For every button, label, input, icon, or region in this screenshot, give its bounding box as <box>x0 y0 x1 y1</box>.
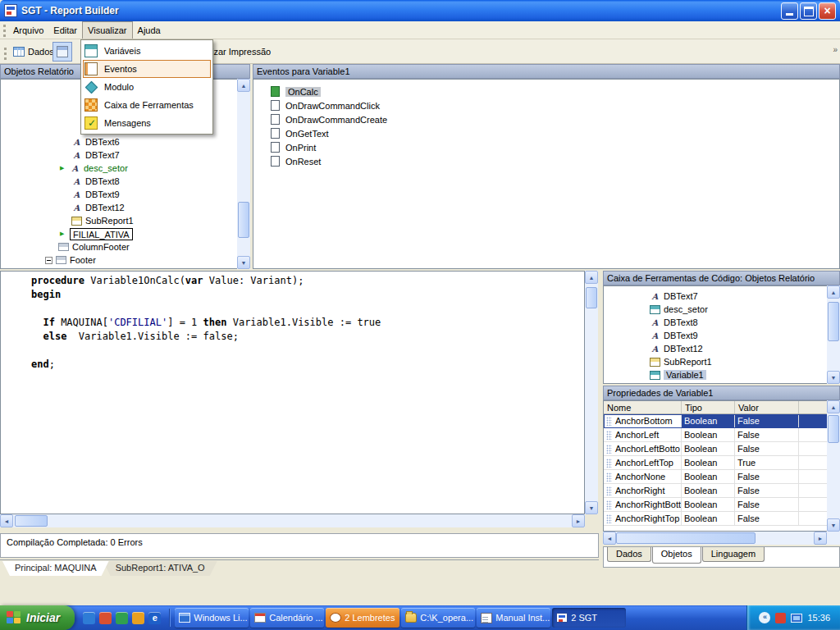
prop-type-cell[interactable]: Boolean <box>682 456 735 469</box>
tree-item-dbtext7[interactable]: ADBText7 <box>1 148 237 162</box>
tree-item-dbtext8[interactable]: ADBText8 <box>1 175 237 188</box>
dados-workspace-button[interactable]: Dados <box>10 43 57 61</box>
prop-name-cell[interactable]: AnchorRight <box>604 484 682 497</box>
taskbar-button-windows-li[interactable]: Windows Li... <box>175 608 249 628</box>
event-item-onreset[interactable]: OnReset <box>253 154 839 168</box>
tray-chevron-icon[interactable]: « <box>759 612 770 623</box>
toolbox-item-dbtext7[interactable]: ADBText7 <box>604 290 827 303</box>
scroll-down-icon[interactable]: ▼ <box>827 371 840 384</box>
prop-value-cell[interactable]: False <box>735 498 799 511</box>
prop-value-cell[interactable]: True <box>735 456 799 469</box>
prop-value-cell[interactable]: False <box>735 512 799 525</box>
tree-item-columnfooter[interactable]: ColumnFooter <box>1 240 237 253</box>
prop-name-cell[interactable]: AnchorRightBott <box>604 498 682 511</box>
drag-handle-icon[interactable] <box>606 459 612 468</box>
preview-workspace-label[interactable]: izar Impressão <box>212 47 271 57</box>
menubar-item-ajuda[interactable]: Ajuda <box>133 21 166 39</box>
toolbox-item-dbtext9[interactable]: ADBText9 <box>604 329 827 342</box>
taskbar-button-calendario[interactable]: Calendário ... <box>250 608 324 628</box>
quick-launch-icon-3[interactable] <box>116 612 128 624</box>
scroll-up-icon[interactable]: ▲ <box>585 271 598 284</box>
quick-launch-icon-2[interactable] <box>99 612 112 624</box>
menu-item-variaveis[interactable]: Variáveis <box>83 42 211 60</box>
prop-row-anchorlefttop[interactable]: AnchorLeftTopBooleanTrue <box>604 456 827 470</box>
sidebar-tab-dados[interactable]: Dados <box>607 547 651 562</box>
prop-value-cell[interactable]: False <box>735 428 799 441</box>
scroll-thumb[interactable] <box>238 202 249 238</box>
objects-tree-scrollbar[interactable]: ▲ ▼ <box>237 79 250 269</box>
menu-item-mensagens[interactable]: Mensagens <box>83 114 211 132</box>
scroll-left-icon[interactable]: ◄ <box>603 532 616 545</box>
prop-name-cell[interactable]: AnchorLeft <box>604 428 682 441</box>
taskbar-button-2-lembretes[interactable]: 2 Lembretes <box>326 608 399 628</box>
tree-item-dbtext6[interactable]: ADBText6 <box>1 135 237 148</box>
scroll-down-icon[interactable]: ▼ <box>237 256 250 269</box>
event-item-onprint[interactable]: OnPrint <box>253 140 839 154</box>
properties-vertical-scrollbar[interactable]: ▲ ▼ <box>827 400 840 532</box>
document-tab-principal-maquina[interactable]: Principal: MAQUINA <box>2 561 109 576</box>
menu-item-eventos[interactable]: Eventos <box>83 60 211 78</box>
prop-row-anchorbottom[interactable]: AnchorBottomBooleanFalse <box>604 414 827 428</box>
scroll-down-icon[interactable]: ▼ <box>585 501 598 514</box>
sidebar-tab-linguagem[interactable]: Linguagem <box>702 547 765 562</box>
network-icon[interactable] <box>791 614 802 623</box>
event-item-ondrawcommandcreate[interactable]: OnDrawCommandCreate <box>253 112 839 126</box>
event-item-ongettext[interactable]: OnGetText <box>253 126 839 140</box>
toolbox-item-subreport1[interactable]: SubReport1 <box>604 355 827 368</box>
close-button[interactable]: × <box>819 2 836 20</box>
prop-name-cell[interactable]: AnchorLeftBotto <box>604 442 682 455</box>
drag-handle-icon[interactable] <box>606 514 612 523</box>
scroll-left-icon[interactable]: ◄ <box>0 514 13 527</box>
props-column-valor[interactable]: Valor <box>735 401 799 413</box>
prop-type-cell[interactable]: Boolean <box>682 484 735 497</box>
tree-item-subreport1[interactable]: SubReport1 <box>1 214 237 227</box>
drag-handle-icon[interactable] <box>606 417 612 426</box>
prop-type-cell[interactable]: Boolean <box>682 428 735 441</box>
prop-value-cell[interactable]: False <box>735 414 799 427</box>
props-column-tipo[interactable]: Tipo <box>682 401 735 413</box>
scroll-up-icon[interactable]: ▲ <box>827 400 840 413</box>
prop-row-anchorrighttop[interactable]: AnchorRightTopBooleanFalse <box>604 512 827 526</box>
minimize-button[interactable] <box>781 2 798 20</box>
titlebar[interactable]: SGT - Report Builder × <box>0 0 840 21</box>
properties-grid[interactable]: NomeTipoValor AnchorBottomBooleanFalseAn… <box>603 400 827 532</box>
prop-value-cell[interactable]: False <box>735 442 799 455</box>
toolbox-item-variable1[interactable]: Variable1 <box>604 368 827 381</box>
toolbox-scrollbar[interactable]: ▲ ▼ <box>827 285 840 384</box>
document-tab-subreport1-ativa-o[interactable]: SubReport1: ATIVA_O <box>103 561 217 576</box>
tree-item-footer[interactable]: Footer <box>1 253 237 267</box>
prop-row-anchorrightbott[interactable]: AnchorRightBottBooleanFalse <box>604 498 827 512</box>
code-vertical-scrollbar[interactable]: ▲ ▼ <box>585 271 598 514</box>
toolbar-grip[interactable] <box>4 48 7 60</box>
menubar-item-visualizar[interactable]: Visualizar <box>82 21 133 39</box>
scroll-thumb[interactable] <box>586 287 597 308</box>
toolbar-overflow-chevron-icon[interactable]: » <box>833 45 838 54</box>
tree-item-filial-ativa[interactable]: ▶FILIAL_ATIVA <box>1 227 237 240</box>
collapse-icon[interactable] <box>45 257 52 264</box>
prop-name-cell[interactable]: AnchorBottom <box>604 414 682 427</box>
prop-type-cell[interactable]: Boolean <box>682 442 735 455</box>
menubar-grip[interactable] <box>3 25 6 37</box>
code-toolbox-tree[interactable]: ADBText7desc_setorADBText8ADBText9ADBTex… <box>603 285 827 384</box>
scroll-right-icon[interactable]: ► <box>814 532 827 545</box>
prop-name-cell[interactable]: AnchorLeftTop <box>604 456 682 469</box>
quick-launch-icon-1[interactable] <box>83 612 95 624</box>
drag-handle-icon[interactable] <box>606 500 612 509</box>
scroll-thumb[interactable] <box>15 515 48 527</box>
tree-item-dbtext9[interactable]: ADBText9 <box>1 188 237 201</box>
event-item-ondrawcommandclick[interactable]: OnDrawCommandClick <box>253 98 839 112</box>
events-list[interactable]: OnCalcOnDrawCommandClickOnDrawCommandCre… <box>253 79 840 269</box>
prop-type-cell[interactable]: Boolean <box>682 498 735 511</box>
prop-name-cell[interactable]: AnchorNone <box>604 470 682 483</box>
properties-horizontal-scrollbar[interactable]: ◄ ► <box>603 532 827 545</box>
scroll-up-icon[interactable]: ▲ <box>827 285 840 299</box>
prop-value-cell[interactable]: False <box>735 470 799 483</box>
calc-workspace-button[interactable] <box>52 42 72 62</box>
scroll-up-icon[interactable]: ▲ <box>237 79 250 92</box>
taskbar-button-manual-inst[interactable]: Manual Inst... <box>477 608 550 628</box>
prop-type-cell[interactable]: Boolean <box>682 512 735 525</box>
menubar-item-arquivo[interactable]: Arquivo <box>8 21 48 39</box>
toolbox-item-desc-setor[interactable]: desc_setor <box>604 303 827 316</box>
menubar-item-editar[interactable]: Editar <box>48 21 82 39</box>
drag-handle-icon[interactable] <box>606 431 612 440</box>
